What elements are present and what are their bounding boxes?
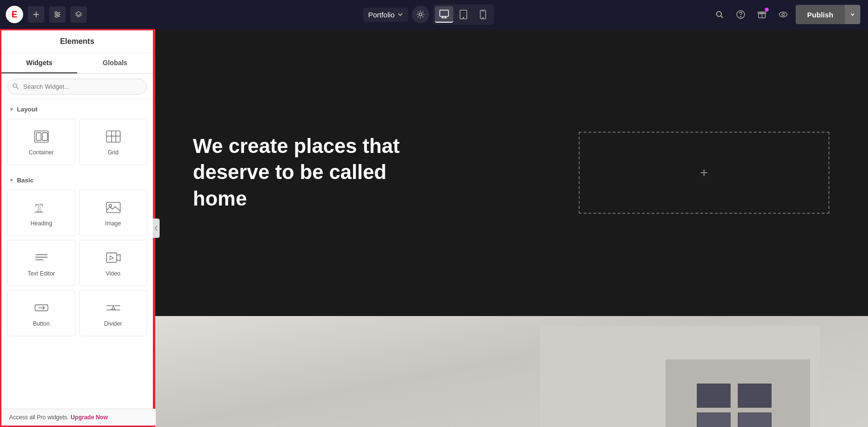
grid-icon [104,128,123,145]
toolbar-center: Portfolio [154,4,703,25]
top-toolbar: E Portfolio [0,0,868,29]
text-editor-label: Text Editor [27,270,55,277]
container-label: Container [28,149,54,156]
toolbar-right: Publish [703,5,868,24]
desktop-view-button[interactable] [435,6,453,23]
main-content: Elements Widgets Globals ▼ Layout [0,29,868,427]
gift-badge [765,8,769,12]
preview-button[interactable] [774,6,792,23]
layout-collapse-arrow: ▼ [9,107,14,112]
widget-video[interactable]: Video [79,240,147,286]
page-selector[interactable]: Portfolio [363,8,408,22]
widget-grid[interactable]: Grid [79,119,147,165]
page-name: Portfolio [368,11,394,19]
svg-rect-32 [42,133,47,140]
drop-zone[interactable]: + [579,132,829,214]
svg-point-7 [55,15,57,17]
svg-point-5 [55,12,57,14]
svg-text:T: T [35,201,43,214]
upgrade-link[interactable]: Upgrade Now [70,414,108,421]
svg-marker-45 [109,256,113,260]
panel-title: Elements [1,30,153,53]
basic-widgets-grid: T Heading Image [1,188,153,342]
publish-button-group: Publish [796,5,860,24]
hero-heading: We create places that deserve to be call… [193,133,434,212]
image-label: Image [105,220,121,227]
canvas-area: We create places that deserve to be call… [154,29,868,427]
svg-point-28 [13,83,17,87]
svg-marker-8 [76,12,81,15]
widget-image[interactable]: Image [79,190,147,236]
toolbar-left: E [0,6,154,23]
video-icon [104,249,123,266]
heading-icon: T [32,199,51,216]
widget-button[interactable]: Button [7,290,75,336]
gift-button[interactable] [753,6,771,23]
search-box [1,74,153,100]
widget-heading[interactable]: T Heading [7,190,75,236]
divider-label: Divider [104,320,122,327]
widget-container[interactable]: Container [7,119,75,165]
svg-rect-10 [440,10,448,16]
settings-button[interactable] [412,6,429,23]
tab-globals[interactable]: Globals [77,53,153,73]
widgets-area: ▼ Layout Container [1,100,153,426]
building-image [154,316,868,427]
device-switcher [433,4,494,25]
canvas-image-section [154,316,868,427]
image-icon [104,199,123,216]
svg-rect-39 [106,202,120,212]
svg-point-27 [782,14,784,16]
left-panel: Elements Widgets Globals ▼ Layout [0,29,154,427]
svg-rect-33 [106,131,120,142]
help-button[interactable] [732,6,749,23]
text-editor-icon [32,249,51,266]
tab-widgets[interactable]: Widgets [1,53,77,73]
svg-point-9 [419,13,422,16]
customize-button[interactable] [49,6,66,23]
canvas-hero-section[interactable]: We create places that deserve to be call… [154,29,868,316]
search-widget-input[interactable] [7,79,147,95]
layers-button[interactable] [70,6,87,23]
container-icon [32,128,51,145]
search-icon [12,83,19,91]
svg-rect-44 [106,253,116,262]
button-icon [32,299,51,317]
svg-point-22 [740,16,741,17]
button-label: Button [33,320,50,327]
heading-label: Heading [30,220,52,227]
search-button[interactable] [711,6,728,23]
widget-text-editor[interactable]: Text Editor [7,240,75,286]
hero-text-block: We create places that deserve to be call… [193,133,434,212]
upgrade-bar: Access all Pro widgets. Upgrade Now [1,409,156,426]
svg-point-40 [109,205,111,207]
basic-collapse-arrow: ▼ [9,178,14,183]
svg-line-20 [721,16,723,18]
elementor-logo[interactable]: E [6,6,23,23]
widget-divider[interactable]: Divider [79,290,147,336]
tablet-view-button[interactable] [454,6,473,23]
publish-dropdown-button[interactable] [845,5,860,24]
divider-icon [104,299,123,317]
panel-tabs: Widgets Globals [1,53,153,74]
svg-point-6 [57,14,59,15]
video-label: Video [106,270,120,277]
svg-point-18 [483,17,484,18]
upgrade-text: Access all Pro widgets. [9,414,68,421]
layout-widgets-grid: Container Grid [1,117,153,171]
svg-marker-49 [111,306,115,309]
add-element-icon: + [700,165,708,180]
layout-section-title: ▼ Layout [1,100,153,117]
panel-collapse-handle[interactable] [153,219,160,238]
svg-point-19 [717,12,721,16]
publish-main-button[interactable]: Publish [796,5,845,24]
mobile-view-button[interactable] [474,6,492,23]
add-element-button[interactable] [28,6,44,23]
svg-point-26 [779,12,787,17]
svg-rect-31 [36,133,41,140]
svg-line-29 [16,87,18,89]
svg-point-15 [463,17,464,18]
grid-label: Grid [108,149,119,156]
basic-section-title: ▼ Basic [1,171,153,188]
